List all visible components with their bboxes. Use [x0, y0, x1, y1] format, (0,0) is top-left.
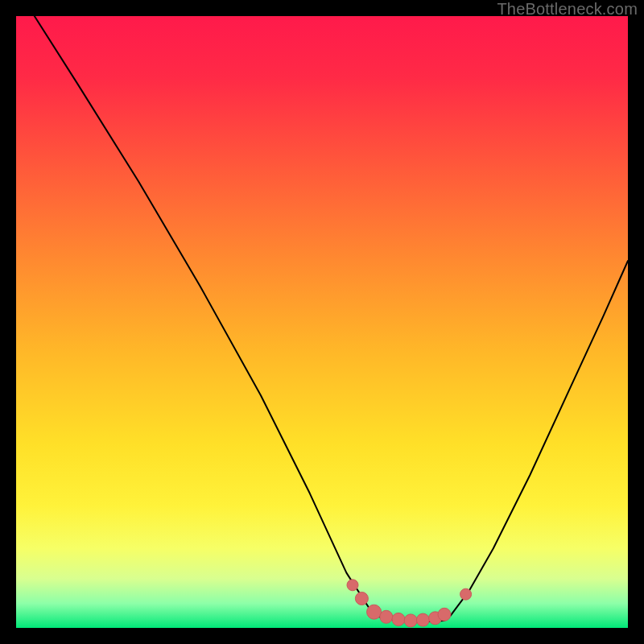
plot-area: [16, 16, 628, 628]
highlight-dot: [347, 580, 358, 591]
highlight-dot: [355, 592, 368, 605]
watermark-text: TheBottleneck.com: [497, 0, 638, 19]
highlight-dot: [392, 613, 405, 625]
highlight-dot: [460, 588, 472, 600]
highlight-dot: [367, 605, 382, 619]
highlight-dot: [416, 613, 429, 626]
highlight-dot: [380, 610, 393, 623]
highlight-markers: [16, 16, 628, 628]
highlight-dot: [404, 614, 417, 627]
highlight-dot: [438, 608, 451, 621]
chart-stage: TheBottleneck.com: [0, 0, 644, 644]
